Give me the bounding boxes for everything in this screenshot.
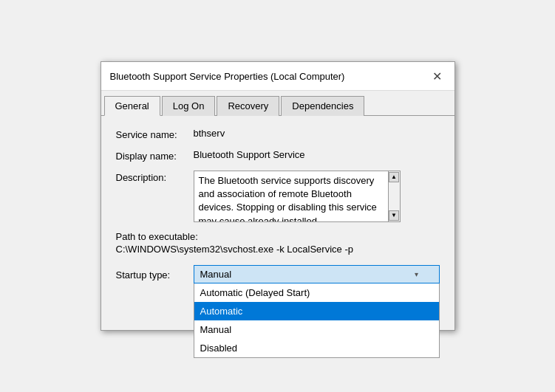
option-automatic[interactable]: Automatic (194, 302, 439, 320)
service-name-value: bthserv (194, 128, 225, 139)
close-button[interactable]: ✕ (429, 68, 446, 84)
tab-dependencies[interactable]: Dependencies (281, 96, 364, 116)
title-bar: Bluetooth Support Service Properties (Lo… (101, 62, 454, 91)
service-name-row: Service name: bthserv (116, 128, 440, 140)
tab-recovery[interactable]: Recovery (217, 96, 279, 116)
tab-general[interactable]: General (104, 96, 160, 116)
description-scrollbar[interactable]: ▲ ▼ (388, 171, 400, 221)
startup-label: Startup type: (116, 265, 194, 281)
dialog-window: Bluetooth Support Service Properties (Lo… (101, 61, 455, 331)
path-label: Path to executable: (116, 231, 440, 242)
description-box: The Bluetooth service supports discovery… (194, 171, 401, 222)
description-text: The Bluetooth service supports discovery… (199, 174, 395, 222)
option-manual[interactable]: Manual (194, 320, 439, 339)
startup-type-dropdown[interactable]: Manual ▾ (194, 265, 440, 283)
service-name-label: Service name: (116, 128, 194, 140)
description-row: Description: The Bluetooth service suppo… (116, 171, 440, 222)
description-label: Description: (116, 171, 194, 183)
option-disabled[interactable]: Disabled (194, 339, 439, 357)
dropdown-selected-text: Manual (200, 269, 232, 280)
scroll-down-button[interactable]: ▼ (389, 210, 399, 221)
startup-type-options: Automatic (Delayed Start) Automatic Manu… (194, 283, 440, 358)
option-automatic-delayed[interactable]: Automatic (Delayed Start) (194, 283, 439, 302)
tab-content: Service name: bthserv Display name: Blue… (101, 116, 454, 295)
path-section: Path to executable: C:\WINDOWS\system32\… (116, 231, 440, 255)
tab-bar: General Log On Recovery Dependencies (101, 91, 454, 116)
window-title: Bluetooth Support Service Properties (Lo… (110, 71, 345, 82)
startup-row: Startup type: Manual ▾ Automatic (Delaye… (116, 265, 440, 283)
display-name-label: Display name: (116, 149, 194, 162)
display-name-value: Bluetooth Support Service (194, 149, 305, 160)
dropdown-arrow-icon: ▾ (415, 270, 418, 278)
startup-dropdown-area: Manual ▾ Automatic (Delayed Start) Autom… (194, 265, 440, 283)
tab-logon[interactable]: Log On (162, 96, 216, 116)
scroll-up-button[interactable]: ▲ (389, 172, 399, 182)
path-value: C:\WINDOWS\system32\svchost.exe -k Local… (116, 244, 440, 255)
display-name-row: Display name: Bluetooth Support Service (116, 149, 440, 162)
